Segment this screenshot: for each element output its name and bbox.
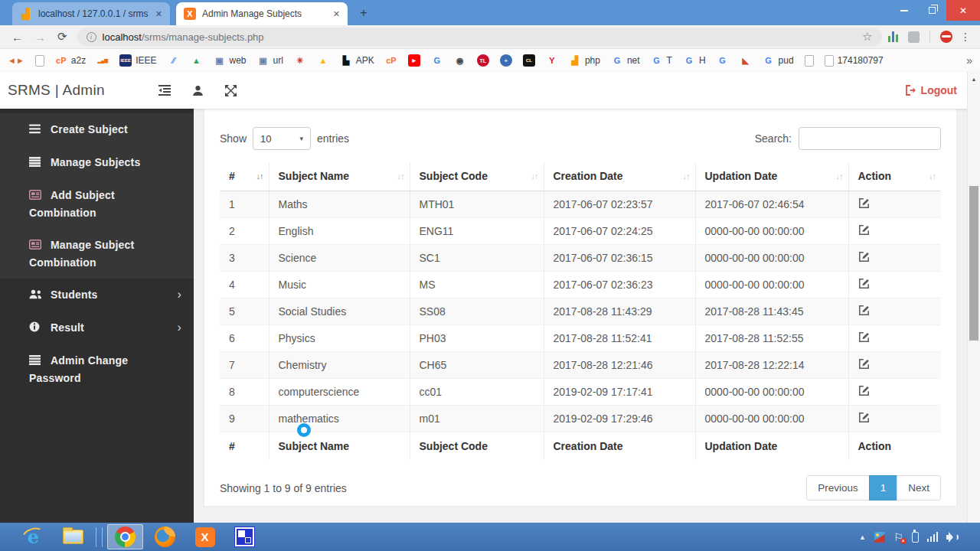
taskbar-firefox-icon[interactable] <box>147 524 183 549</box>
sidebar-item-students[interactable]: Students› <box>0 279 194 311</box>
sort-icon[interactable]: ↓↑ <box>929 171 936 181</box>
bookmark-item[interactable]: 174180797 <box>825 55 884 67</box>
column-header-index[interactable]: #↓↑ <box>220 162 269 191</box>
new-tab-button[interactable]: + <box>352 5 375 21</box>
bookmark-item[interactable]: Gpud <box>763 54 794 67</box>
bookmark-item[interactable]: ◉ <box>454 54 466 67</box>
taskbar-xampp-icon[interactable]: X <box>187 524 223 549</box>
page-scrollbar[interactable]: ▲ <box>967 72 980 523</box>
edit-subject-button[interactable] <box>858 385 870 396</box>
bookmark-item[interactable]: GT <box>651 54 672 67</box>
bookmark-item[interactable]: Y <box>546 54 558 67</box>
bookmark-item[interactable]: GH <box>683 54 706 67</box>
bookmark-item[interactable]: Gnet <box>611 54 640 67</box>
minimize-button[interactable] <box>890 0 918 21</box>
sort-icon[interactable]: ↓↑ <box>531 171 538 181</box>
sort-icon[interactable]: ↓↑ <box>836 171 843 181</box>
previous-page-button[interactable]: Previous <box>806 475 870 500</box>
browser-tab-manage-subjects[interactable]: X Admin Manage Subjects ✕ <box>176 2 348 25</box>
user-icon[interactable] <box>192 85 204 96</box>
volume-icon[interactable] <box>946 532 959 543</box>
site-info-icon[interactable]: i <box>87 32 96 42</box>
forward-button[interactable]: → <box>34 31 46 44</box>
bookmark-item[interactable]: ▂▄▆ <box>96 54 109 67</box>
logout-button[interactable]: Logout <box>905 84 957 96</box>
bookmark-star-icon[interactable]: ☆ <box>862 30 872 44</box>
bookmark-item[interactable]: cPa2z <box>55 54 86 67</box>
browser-menu-icon[interactable]: ⋮ <box>960 31 971 43</box>
power-tray-icon[interactable] <box>912 532 919 543</box>
sort-icon[interactable]: ↓↑ <box>256 171 263 181</box>
column-header-updation-date[interactable]: Updation Date↓↑ <box>695 162 848 191</box>
bookmark-item[interactable]: cP <box>385 54 397 67</box>
bookmark-item[interactable]: + <box>500 54 512 67</box>
taskbar-screen-tool-icon[interactable] <box>227 524 263 549</box>
column-header-action[interactable]: Action↓↑ <box>848 162 941 191</box>
page-length-select[interactable]: 10 ▾ <box>253 127 311 150</box>
column-header-subject-code[interactable]: Subject Code↓↑ <box>410 162 544 191</box>
back-button[interactable]: ← <box>11 31 23 44</box>
bookmark-item[interactable]: ▲ <box>191 54 203 67</box>
scroll-up-icon[interactable]: ▲ <box>968 77 980 82</box>
bookmark-item[interactable]: ◣ <box>740 54 752 67</box>
red-extension-icon[interactable] <box>940 31 952 43</box>
edit-subject-button[interactable] <box>858 305 870 316</box>
bookmark-item[interactable]: ▟php <box>569 54 600 67</box>
edit-subject-button[interactable] <box>858 331 870 343</box>
page-1-button[interactable]: 1 <box>869 475 898 500</box>
edit-subject-button[interactable] <box>858 197 870 209</box>
bookmark-item[interactable]: G <box>717 54 729 67</box>
chart-extension-icon[interactable] <box>888 31 899 42</box>
restore-button[interactable] <box>918 0 946 21</box>
sidebar-item-manage-subjects[interactable]: Manage Subjects <box>0 146 194 179</box>
edit-subject-button[interactable] <box>858 278 870 289</box>
sidebar-item-result[interactable]: Result› <box>0 311 194 344</box>
taskbar-file-explorer-icon[interactable] <box>55 524 91 549</box>
sort-icon[interactable]: ↓↑ <box>683 171 690 181</box>
sidebar-toggle-button[interactable] <box>158 85 171 96</box>
next-page-button[interactable]: Next <box>897 475 941 500</box>
bookmark-item[interactable]: ▣web <box>214 54 247 67</box>
sort-icon[interactable]: ↓↑ <box>397 171 404 181</box>
bookmark-item[interactable]: CL <box>523 54 535 67</box>
gray-extension-icon[interactable] <box>908 31 920 43</box>
bookmark-item[interactable]: G <box>431 54 443 67</box>
bookmark-item[interactable] <box>805 55 814 67</box>
bookmark-item[interactable]: ▲ <box>317 54 329 67</box>
sidebar-item-manage-subject-combination[interactable]: Manage Subject Combination <box>0 229 194 279</box>
close-button[interactable]: ✕ <box>946 0 980 21</box>
bookmark-item[interactable]: TL <box>477 54 489 67</box>
sidebar-item-create-subject[interactable]: Create Subject <box>0 113 194 146</box>
action-center-flag-icon[interactable]: ⚐✕ <box>893 532 903 543</box>
bookmarks-overflow-icon[interactable]: » <box>966 54 972 67</box>
edit-subject-button[interactable] <box>858 412 870 423</box>
taskbar-internet-explorer-icon[interactable]: e <box>15 524 51 549</box>
tab-close-icon[interactable]: ✕ <box>333 9 340 19</box>
sidebar-item-add-subject-combination[interactable]: Add Subject Combination <box>0 179 194 229</box>
column-header-subject-name[interactable]: Subject Name↓↑ <box>269 162 410 191</box>
network-signal-icon[interactable] <box>927 532 939 542</box>
search-input[interactable] <box>799 127 941 150</box>
edit-subject-button[interactable] <box>858 251 870 262</box>
sidebar-item-admin-change-password[interactable]: Admin Change Password <box>0 344 194 394</box>
reload-button[interactable]: ⟳ <box>57 30 67 44</box>
browser-tab-phpmyadmin[interactable]: ▟ localhost / 127.0.0.1 / srms | php ✕ <box>12 2 170 25</box>
scrollbar-thumb[interactable] <box>969 186 978 341</box>
bookmark-item[interactable]: ☀ <box>294 54 306 67</box>
bookmark-item[interactable]: IEEEIEEE <box>119 54 156 67</box>
photo-viewer-tray-icon[interactable] <box>874 532 885 543</box>
bookmark-item[interactable] <box>35 55 44 67</box>
bookmark-item[interactable]: ▶ <box>408 54 420 67</box>
bookmark-item[interactable]: ⁄⁄ <box>168 54 180 67</box>
bookmark-item[interactable]: ▣url <box>257 54 283 67</box>
hidden-icons-arrow[interactable]: ▲ <box>859 533 866 541</box>
edit-subject-button[interactable] <box>858 224 870 236</box>
tab-close-icon[interactable]: ✕ <box>155 9 162 19</box>
fullscreen-icon[interactable] <box>225 85 237 96</box>
bookmark-item[interactable]: ▙APK <box>340 54 374 67</box>
taskbar-chrome-icon[interactable] <box>107 524 143 549</box>
bookmark-item[interactable]: ◄► <box>8 54 24 67</box>
address-bar[interactable]: i localhost /srms/manage-subjects.php ☆ <box>77 28 882 46</box>
edit-subject-button[interactable] <box>858 358 870 370</box>
column-header-creation-date[interactable]: Creation Date↓↑ <box>544 162 695 191</box>
